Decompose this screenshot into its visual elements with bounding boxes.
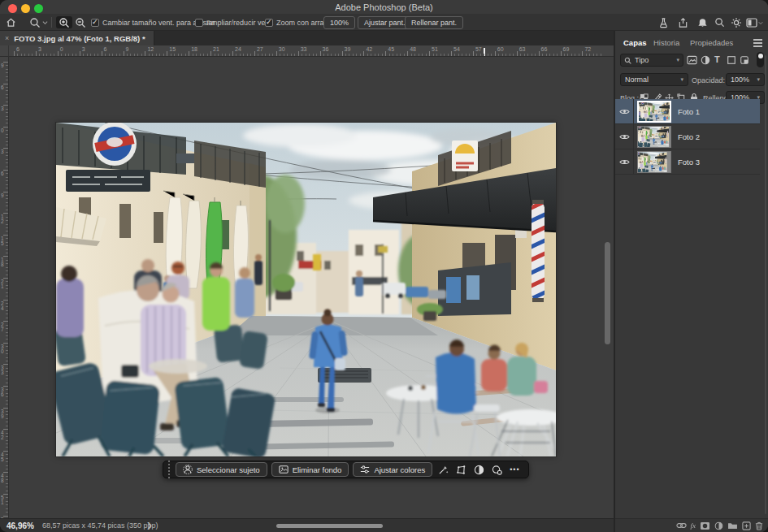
filter-toggle-switch[interactable] bbox=[757, 52, 764, 67]
delete-layer-icon[interactable] bbox=[755, 521, 763, 530]
image-icon bbox=[279, 465, 289, 474]
visibility-eye-icon[interactable] bbox=[615, 99, 634, 123]
filter-adjustment-layers-icon[interactable] bbox=[701, 55, 710, 65]
layer-filter-row: Tipo ▾ T bbox=[615, 54, 768, 70]
adjust-colors-button[interactable]: Ajustar colores bbox=[353, 462, 432, 477]
home-icon[interactable] bbox=[6, 16, 16, 28]
remove-background-button[interactable]: Eliminar fondo bbox=[271, 462, 349, 477]
tab-propiedades[interactable]: Propiedades bbox=[690, 38, 733, 47]
generative-wand-icon[interactable] bbox=[436, 465, 450, 475]
layer-actions-bar: fx bbox=[615, 518, 768, 532]
checkbox-icon: ✓ bbox=[265, 19, 273, 27]
tab-capas[interactable]: Capas bbox=[623, 38, 647, 47]
visibility-eye-icon[interactable] bbox=[615, 149, 634, 174]
photoshop-window: Adobe Photoshop (Beta) ✓ Cambiar tamaño … bbox=[0, 0, 768, 532]
zoom-percentage[interactable]: 46,96% bbox=[7, 521, 34, 530]
layer-name[interactable]: Foto 1 bbox=[678, 107, 700, 116]
layer-effects-icon[interactable]: fx bbox=[691, 521, 696, 530]
layers-panel: Capas Historia Propiedades Tipo ▾ T bbox=[614, 31, 768, 532]
search-icon[interactable] bbox=[714, 16, 725, 28]
link-layers-icon[interactable] bbox=[676, 522, 687, 529]
zoom-out-tool-icon[interactable] bbox=[75, 16, 86, 28]
blend-mode-select[interactable]: Normal▾ bbox=[620, 73, 688, 86]
tab-historia[interactable]: Historia bbox=[653, 38, 679, 47]
visibility-eye-icon[interactable] bbox=[615, 124, 634, 149]
chevron-right-icon[interactable]: ❯ bbox=[146, 521, 153, 530]
zoom-in-tool-icon[interactable] bbox=[56, 16, 72, 28]
filter-type-layers-icon[interactable]: T bbox=[714, 54, 720, 64]
opacity-field[interactable]: 100%▾ bbox=[726, 73, 765, 86]
workspace-icon[interactable] bbox=[746, 16, 763, 28]
options-bar: ✓ Cambiar tamaño vent. para ajustar ✓ Am… bbox=[0, 14, 768, 31]
panel-scrollbar[interactable] bbox=[765, 55, 766, 514]
canvas-image[interactable] bbox=[56, 123, 556, 456]
share-icon[interactable] bbox=[678, 16, 688, 28]
document-info: 68,57 picas x 45,74 picas (350 ppp) bbox=[42, 521, 158, 530]
horizontal-scrollbar[interactable] bbox=[276, 524, 383, 528]
bell-icon[interactable] bbox=[697, 16, 708, 28]
horizontal-ruler: 6303691215182124273033363942454851545760… bbox=[9, 45, 614, 57]
vertical-ruler: 96303691 21 51 82 12 42 73 03 33 63 94 2… bbox=[0, 57, 9, 518]
blend-mode-row: Normal▾ Opacidad: 100%▾ bbox=[615, 73, 768, 89]
layer-row-foto-2[interactable]: Foto 2 bbox=[615, 124, 760, 149]
checkbox-label: Ampliar/reducir vent. bbox=[206, 19, 274, 27]
panel-tab-bar: Capas Historia Propiedades bbox=[615, 37, 768, 51]
layer-thumbnail[interactable] bbox=[637, 151, 671, 173]
layer-row-foto-3[interactable]: Foto 3 bbox=[615, 149, 760, 175]
layer-thumbnail[interactable] bbox=[637, 101, 671, 123]
zoom-tool-icon[interactable] bbox=[29, 16, 48, 28]
new-group-icon[interactable] bbox=[727, 521, 738, 530]
opacity-label: Opacidad: bbox=[692, 76, 725, 84]
checkbox-icon: ✓ bbox=[195, 19, 203, 27]
chevron-down-icon bbox=[42, 19, 48, 25]
new-layer-icon[interactable] bbox=[742, 521, 751, 530]
layer-name[interactable]: Foto 3 bbox=[678, 158, 700, 167]
layer-name[interactable]: Foto 2 bbox=[678, 132, 700, 141]
transform-icon[interactable] bbox=[454, 465, 468, 475]
contextual-taskbar: Seleccionar sujeto Eliminar fondo Ajusta… bbox=[163, 461, 529, 478]
status-bar: 46,96% 68,57 picas x 45,74 picas (350 pp… bbox=[0, 518, 614, 532]
canvas-pasteboard: Seleccionar sujeto Eliminar fondo Ajusta… bbox=[9, 57, 614, 518]
vertical-scrollbar[interactable] bbox=[605, 242, 610, 344]
filter-shape-layers-icon[interactable] bbox=[727, 55, 736, 65]
chevron-down-icon bbox=[758, 20, 763, 25]
fill-screen-button[interactable]: Rellenar pant. bbox=[405, 16, 463, 29]
document-tab[interactable]: × FOTO 3.jpg al 47% (Foto 1, RGB/8) * bbox=[0, 31, 154, 45]
zoom-all-windows-checkbox[interactable]: ✓ Ampliar/reducir vent. bbox=[195, 16, 274, 28]
sliders-icon bbox=[360, 465, 370, 474]
taskbar-drag-handle[interactable] bbox=[167, 461, 171, 478]
fit-screen-button[interactable]: Ajustar pant. bbox=[358, 16, 412, 29]
document-tab-title: FOTO 3.jpg al 47% (Foto 1, RGB/8) * bbox=[14, 34, 145, 43]
window-title: Adobe Photoshop (Beta) bbox=[0, 2, 768, 12]
search-icon bbox=[624, 57, 631, 64]
layer-row-foto-1[interactable]: Foto 1 bbox=[615, 99, 760, 124]
chevron-down-icon: ▾ bbox=[676, 57, 679, 63]
select-subject-button[interactable]: Seleccionar sujeto bbox=[176, 462, 267, 477]
layer-filter-select[interactable]: Tipo ▾ bbox=[620, 54, 683, 67]
beaker-icon[interactable] bbox=[658, 16, 669, 28]
filter-type-label: Tipo bbox=[635, 56, 649, 64]
more-options-icon[interactable]: ••• bbox=[508, 465, 521, 474]
adjustment-layer-icon[interactable] bbox=[714, 521, 723, 530]
adjustment-icon[interactable] bbox=[472, 465, 486, 475]
layer-mask-icon[interactable] bbox=[700, 521, 710, 530]
layer-thumbnail[interactable] bbox=[637, 126, 671, 148]
filter-smart-objects-icon[interactable] bbox=[740, 55, 749, 65]
ruler-corner bbox=[0, 45, 9, 57]
layers-list: Foto 1 Foto 2 Foto 3 bbox=[615, 99, 768, 175]
checkbox-icon: ✓ bbox=[91, 19, 99, 27]
document-tab-bar: × FOTO 3.jpg al 47% (Foto 1, RGB/8) * bbox=[0, 31, 614, 45]
close-tab-icon[interactable]: × bbox=[5, 34, 9, 42]
panel-menu-icon[interactable] bbox=[753, 39, 762, 47]
divider bbox=[51, 17, 52, 28]
lightbulb-icon[interactable] bbox=[731, 16, 742, 28]
filter-pixel-layers-icon[interactable] bbox=[687, 55, 697, 65]
title-bar: Adobe Photoshop (Beta) bbox=[0, 0, 768, 14]
person-icon bbox=[183, 465, 193, 474]
zoom-100-button[interactable]: 100% bbox=[323, 16, 355, 29]
color-settings-icon[interactable] bbox=[490, 465, 504, 475]
